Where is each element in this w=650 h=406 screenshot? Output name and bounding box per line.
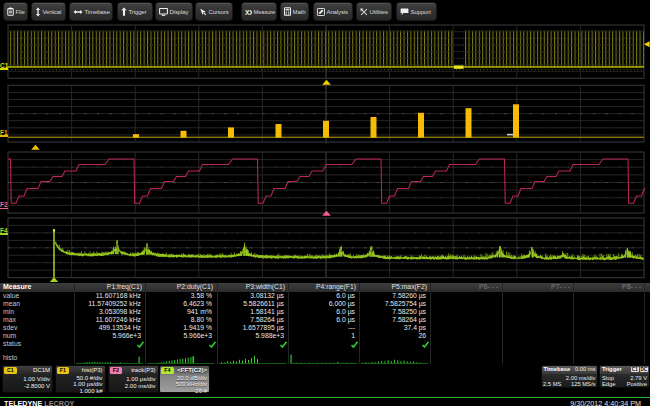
svg-text:XX: XX xyxy=(245,8,252,15)
